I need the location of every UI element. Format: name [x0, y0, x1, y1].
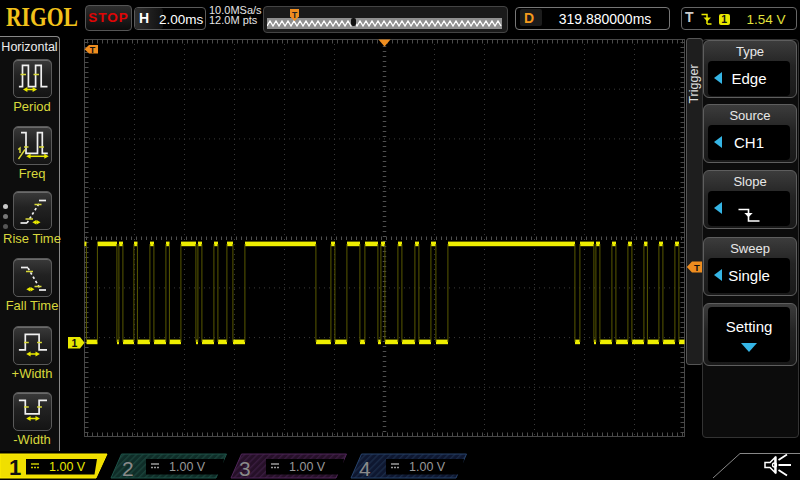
svg-text:1: 1 — [9, 455, 21, 480]
svg-text:1.00 V: 1.00 V — [49, 460, 86, 474]
svg-text:T: T — [90, 45, 96, 55]
svg-text:1.00 V: 1.00 V — [169, 460, 206, 474]
svg-text:4: 4 — [359, 457, 371, 480]
svg-text:1: 1 — [72, 337, 78, 349]
svg-text:T: T — [694, 262, 700, 273]
svg-text:Trigger: Trigger — [687, 64, 701, 103]
svg-text:1.00 V: 1.00 V — [289, 460, 326, 474]
svg-text:1.00 V: 1.00 V — [409, 460, 446, 474]
svg-text:2: 2 — [122, 457, 134, 480]
svg-text:3: 3 — [239, 457, 251, 480]
